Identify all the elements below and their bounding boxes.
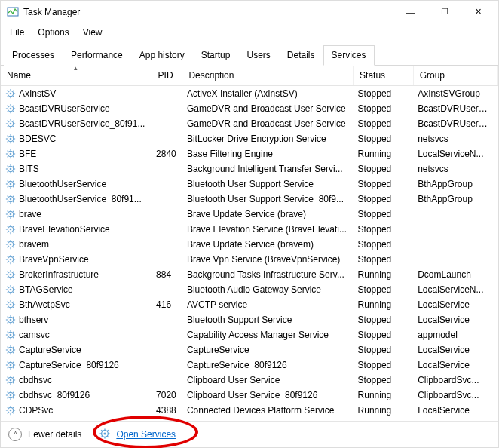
table-row[interactable]: CaptureServiceCaptureServiceStoppedLocal… bbox=[1, 342, 498, 357]
tab-processes[interactable]: Processes bbox=[4, 45, 63, 66]
service-status: Running bbox=[354, 297, 414, 312]
svg-point-132 bbox=[10, 289, 12, 291]
svg-line-70 bbox=[13, 181, 14, 182]
table-row[interactable]: cbdhsvc_80f91267020Clipboard User Servic… bbox=[1, 388, 498, 403]
service-name: camsvc bbox=[19, 330, 50, 340]
svg-line-198 bbox=[13, 382, 14, 383]
service-description: AVCTP service bbox=[182, 297, 354, 312]
table-row[interactable]: braveBrave Update Service (brave)Stopped bbox=[1, 207, 498, 222]
tab-users[interactable]: Users bbox=[238, 45, 278, 66]
tab-app-history[interactable]: App history bbox=[131, 45, 193, 66]
gear-icon bbox=[5, 103, 16, 114]
table-row[interactable]: BraveVpnServiceBrave Vpn Service (BraveV… bbox=[1, 252, 498, 267]
service-group: LocalServiceN... bbox=[413, 282, 497, 297]
service-pid bbox=[152, 222, 182, 237]
svg-point-212 bbox=[10, 410, 12, 412]
table-row[interactable]: BraveElevationServiceBrave Elevation Ser… bbox=[1, 222, 498, 237]
service-group bbox=[413, 207, 497, 222]
table-row[interactable]: camsvcCapability Access Manager ServiceS… bbox=[1, 327, 498, 342]
table-row[interactable]: BTAGServiceBluetooth Audio Gateway Servi… bbox=[1, 282, 498, 297]
close-button[interactable]: ✕ bbox=[461, 1, 495, 23]
svg-line-10 bbox=[13, 91, 14, 91]
svg-point-62 bbox=[10, 183, 12, 186]
col-description[interactable]: Description bbox=[182, 66, 354, 86]
svg-line-110 bbox=[13, 241, 14, 242]
svg-line-180 bbox=[13, 347, 14, 348]
svg-line-57 bbox=[8, 166, 8, 167]
service-group bbox=[413, 222, 497, 237]
gear-icon bbox=[5, 284, 16, 295]
svg-line-200 bbox=[13, 377, 14, 378]
maximize-button[interactable]: ☐ bbox=[427, 1, 461, 23]
service-group: LocalService bbox=[413, 312, 497, 327]
table-row[interactable]: bthservBluetooth Support ServiceStoppedL… bbox=[1, 312, 498, 327]
services-table-wrap[interactable]: ▴Name PID Description Status Group AxIns… bbox=[1, 66, 498, 421]
table-row[interactable]: BFE2840Base Filtering EngineRunningLocal… bbox=[1, 146, 498, 161]
service-status: Stopped bbox=[354, 207, 414, 222]
svg-line-208 bbox=[13, 397, 14, 398]
svg-line-28 bbox=[13, 126, 14, 127]
minimize-button[interactable]: — bbox=[393, 1, 427, 23]
gear-icon bbox=[5, 269, 16, 280]
table-row[interactable]: BrokerInfrastructure884Background Tasks … bbox=[1, 267, 498, 282]
service-name: cbdhsvc_80f9126 bbox=[19, 390, 90, 400]
gear-icon bbox=[5, 118, 16, 129]
service-status: Stopped bbox=[354, 237, 414, 252]
col-pid[interactable]: PID bbox=[152, 66, 182, 86]
tab-performance[interactable]: Performance bbox=[63, 45, 131, 66]
svg-line-218 bbox=[13, 413, 14, 413]
svg-line-197 bbox=[8, 377, 8, 378]
table-row[interactable]: AxInstSVActiveX Installer (AxInstSV)Stop… bbox=[1, 86, 498, 102]
svg-line-210 bbox=[13, 392, 14, 393]
table-row[interactable]: bravemBrave Update Service (bravem)Stopp… bbox=[1, 237, 498, 252]
service-name: BcastDVRUserService bbox=[19, 103, 110, 114]
table-row[interactable]: BluetoothUserService_80f91...Bluetooth U… bbox=[1, 192, 498, 207]
tab-startup[interactable]: Startup bbox=[193, 45, 239, 66]
col-name[interactable]: ▴Name bbox=[1, 66, 152, 86]
tab-details[interactable]: Details bbox=[279, 45, 323, 66]
svg-line-7 bbox=[8, 91, 8, 91]
chevron-up-icon[interactable]: ˄ bbox=[8, 428, 22, 441]
service-group: BcastDVRUserS... bbox=[413, 101, 497, 116]
table-row[interactable]: BITSBackground Intelligent Transfer Serv… bbox=[1, 161, 498, 176]
service-description: Bluetooth User Support Service bbox=[182, 176, 354, 192]
col-status[interactable]: Status bbox=[354, 66, 414, 86]
svg-line-138 bbox=[13, 292, 14, 293]
menu-options[interactable]: Options bbox=[36, 26, 70, 39]
col-group[interactable]: Group bbox=[413, 66, 497, 86]
table-row[interactable]: BluetoothUserServiceBluetooth User Suppo… bbox=[1, 176, 498, 192]
svg-line-97 bbox=[8, 226, 8, 227]
open-services-link[interactable]: Open Services bbox=[116, 429, 176, 440]
svg-line-38 bbox=[13, 141, 14, 142]
service-status: Stopped bbox=[354, 101, 414, 116]
table-row[interactable]: CDPSvc4388Connected Devices Platform Ser… bbox=[1, 403, 498, 418]
service-description: CaptureService bbox=[182, 342, 354, 357]
svg-line-207 bbox=[8, 392, 8, 393]
service-description: Background Tasks Infrastructure Serv... bbox=[182, 267, 354, 282]
services-gear-icon bbox=[99, 428, 110, 441]
service-pid bbox=[152, 327, 182, 342]
table-row[interactable]: BcastDVRUserService_80f91...GameDVR and … bbox=[1, 116, 498, 131]
service-description: CaptureService_80f9126 bbox=[182, 357, 354, 373]
table-row[interactable]: BthAvctpSvc416AVCTP serviceRunningLocalS… bbox=[1, 297, 498, 312]
svg-line-118 bbox=[13, 262, 14, 262]
table-row[interactable]: BDESVCBitLocker Drive Encryption Service… bbox=[1, 131, 498, 146]
table-row[interactable]: CaptureService_80f9126CaptureService_80f… bbox=[1, 357, 498, 373]
table-row[interactable]: cbdhsvcClipboard User ServiceStoppedClip… bbox=[1, 373, 498, 388]
service-pid bbox=[152, 373, 182, 388]
svg-line-169 bbox=[8, 337, 8, 338]
menu-view[interactable]: View bbox=[81, 26, 104, 39]
service-pid bbox=[152, 161, 182, 176]
service-description: Bluetooth Support Service bbox=[182, 312, 354, 327]
svg-point-82 bbox=[10, 213, 12, 216]
service-name: BthAvctpSvc bbox=[19, 299, 70, 310]
table-row[interactable]: BcastDVRUserServiceGameDVR and Broadcast… bbox=[1, 101, 498, 116]
svg-point-2 bbox=[10, 93, 12, 95]
service-status: Stopped bbox=[354, 161, 414, 176]
svg-line-150 bbox=[13, 302, 14, 302]
tab-services[interactable]: Services bbox=[323, 45, 375, 66]
menu-file[interactable]: File bbox=[8, 26, 26, 39]
service-pid bbox=[152, 312, 182, 327]
fewer-details-button[interactable]: Fewer details bbox=[28, 429, 81, 440]
svg-line-117 bbox=[8, 256, 8, 257]
